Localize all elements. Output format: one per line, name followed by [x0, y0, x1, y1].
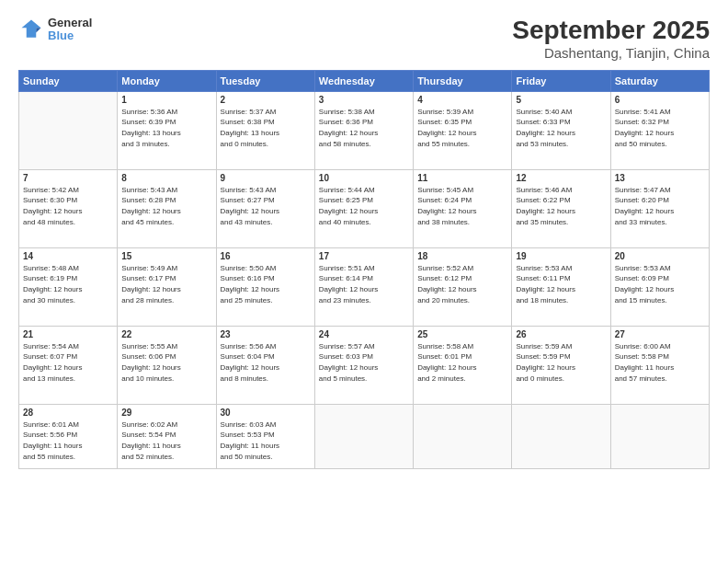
day-info: Sunrise: 5:48 AM Sunset: 6:19 PM Dayligh…: [23, 263, 113, 305]
calendar-cell: 12Sunrise: 5:46 AM Sunset: 6:22 PM Dayli…: [512, 169, 610, 247]
calendar-cell: 23Sunrise: 5:56 AM Sunset: 6:04 PM Dayli…: [216, 326, 314, 404]
day-number: 13: [615, 173, 705, 183]
calendar-cell: 15Sunrise: 5:49 AM Sunset: 6:17 PM Dayli…: [118, 247, 216, 326]
calendar-cell: [314, 404, 413, 468]
calendar-cell: 9Sunrise: 5:43 AM Sunset: 6:27 PM Daylig…: [216, 169, 314, 247]
day-number: 4: [417, 95, 507, 105]
day-info: Sunrise: 5:39 AM Sunset: 6:35 PM Dayligh…: [417, 107, 507, 149]
day-info: Sunrise: 5:43 AM Sunset: 6:27 PM Dayligh…: [221, 185, 311, 227]
week-row-4: 21Sunrise: 5:54 AM Sunset: 6:07 PM Dayli…: [19, 326, 710, 404]
title-block: September 2025 Dashentang, Tianjin, Chin…: [512, 17, 710, 61]
day-number: 12: [516, 173, 606, 183]
weekday-header-tuesday: Tuesday: [216, 70, 314, 91]
calendar-subtitle: Dashentang, Tianjin, China: [512, 45, 710, 61]
day-info: Sunrise: 5:54 AM Sunset: 6:07 PM Dayligh…: [23, 341, 113, 384]
calendar-cell: 4Sunrise: 5:39 AM Sunset: 6:35 PM Daylig…: [414, 91, 512, 169]
calendar-cell: 8Sunrise: 5:43 AM Sunset: 6:28 PM Daylig…: [118, 169, 216, 247]
weekday-header-saturday: Saturday: [610, 70, 709, 91]
day-number: 27: [615, 329, 705, 339]
day-number: 8: [121, 173, 211, 183]
week-row-5: 28Sunrise: 6:01 AM Sunset: 5:56 PM Dayli…: [19, 404, 710, 468]
day-info: Sunrise: 5:51 AM Sunset: 6:14 PM Dayligh…: [319, 263, 409, 305]
day-info: Sunrise: 5:56 AM Sunset: 6:04 PM Dayligh…: [221, 341, 311, 384]
day-number: 30: [221, 408, 311, 418]
weekday-header-friday: Friday: [512, 70, 610, 91]
calendar-cell: [610, 404, 709, 468]
day-number: 9: [221, 173, 311, 183]
day-info: Sunrise: 5:43 AM Sunset: 6:28 PM Dayligh…: [121, 185, 211, 227]
day-number: 16: [221, 251, 311, 261]
calendar-cell: 24Sunrise: 5:57 AM Sunset: 6:03 PM Dayli…: [314, 326, 413, 404]
weekday-header-wednesday: Wednesday: [314, 70, 413, 91]
page: General Blue September 2025 Dashentang, …: [0, 0, 728, 563]
calendar-title: September 2025: [512, 17, 710, 45]
day-info: Sunrise: 5:46 AM Sunset: 6:22 PM Dayligh…: [516, 185, 606, 227]
logo-icon: [18, 17, 44, 42]
day-number: 5: [516, 95, 606, 105]
week-row-2: 7Sunrise: 5:42 AM Sunset: 6:30 PM Daylig…: [19, 169, 710, 247]
day-info: Sunrise: 5:49 AM Sunset: 6:17 PM Dayligh…: [121, 263, 211, 305]
calendar-cell: 6Sunrise: 5:41 AM Sunset: 6:32 PM Daylig…: [610, 91, 709, 169]
svg-marker-1: [36, 29, 40, 33]
calendar-cell: 30Sunrise: 6:03 AM Sunset: 5:53 PM Dayli…: [216, 404, 314, 468]
calendar-cell: 26Sunrise: 5:59 AM Sunset: 5:59 PM Dayli…: [512, 326, 610, 404]
calendar-cell: 10Sunrise: 5:44 AM Sunset: 6:25 PM Dayli…: [314, 169, 413, 247]
day-info: Sunrise: 6:02 AM Sunset: 5:54 PM Dayligh…: [121, 419, 211, 462]
calendar-cell: 11Sunrise: 5:45 AM Sunset: 6:24 PM Dayli…: [414, 169, 512, 247]
week-row-3: 14Sunrise: 5:48 AM Sunset: 6:19 PM Dayli…: [19, 247, 710, 326]
calendar-cell: [414, 404, 512, 468]
logo-line2: Blue: [48, 29, 92, 42]
day-info: Sunrise: 5:44 AM Sunset: 6:25 PM Dayligh…: [319, 185, 409, 227]
day-info: Sunrise: 5:53 AM Sunset: 6:11 PM Dayligh…: [516, 263, 606, 305]
day-number: 15: [121, 251, 211, 261]
calendar-cell: 14Sunrise: 5:48 AM Sunset: 6:19 PM Dayli…: [19, 247, 118, 326]
day-number: 28: [23, 408, 113, 418]
calendar-cell: [19, 91, 118, 169]
day-number: 3: [319, 95, 409, 105]
day-info: Sunrise: 5:38 AM Sunset: 6:36 PM Dayligh…: [319, 107, 409, 149]
weekday-header-row: SundayMondayTuesdayWednesdayThursdayFrid…: [19, 70, 710, 91]
day-number: 19: [516, 251, 606, 261]
calendar-cell: 16Sunrise: 5:50 AM Sunset: 6:16 PM Dayli…: [216, 247, 314, 326]
calendar-cell: 19Sunrise: 5:53 AM Sunset: 6:11 PM Dayli…: [512, 247, 610, 326]
calendar-cell: 22Sunrise: 5:55 AM Sunset: 6:06 PM Dayli…: [118, 326, 216, 404]
calendar-cell: 7Sunrise: 5:42 AM Sunset: 6:30 PM Daylig…: [19, 169, 118, 247]
day-number: 23: [221, 329, 311, 339]
calendar-cell: 21Sunrise: 5:54 AM Sunset: 6:07 PM Dayli…: [19, 326, 118, 404]
day-info: Sunrise: 5:50 AM Sunset: 6:16 PM Dayligh…: [221, 263, 311, 305]
weekday-header-monday: Monday: [118, 70, 216, 91]
calendar-cell: 13Sunrise: 5:47 AM Sunset: 6:20 PM Dayli…: [610, 169, 709, 247]
logo-line1: General: [48, 17, 92, 29]
calendar-cell: 1Sunrise: 5:36 AM Sunset: 6:39 PM Daylig…: [118, 91, 216, 169]
day-info: Sunrise: 5:47 AM Sunset: 6:20 PM Dayligh…: [615, 185, 705, 227]
weekday-header-thursday: Thursday: [414, 70, 512, 91]
calendar-table: SundayMondayTuesdayWednesdayThursdayFrid…: [18, 70, 710, 469]
day-info: Sunrise: 5:53 AM Sunset: 6:09 PM Dayligh…: [615, 263, 705, 305]
day-info: Sunrise: 5:36 AM Sunset: 6:39 PM Dayligh…: [121, 107, 211, 149]
calendar-cell: 5Sunrise: 5:40 AM Sunset: 6:33 PM Daylig…: [512, 91, 610, 169]
header: General Blue September 2025 Dashentang, …: [18, 17, 710, 61]
day-number: 24: [319, 329, 409, 339]
day-number: 29: [121, 408, 211, 418]
day-number: 22: [121, 329, 211, 339]
day-number: 14: [23, 251, 113, 261]
day-info: Sunrise: 5:57 AM Sunset: 6:03 PM Dayligh…: [319, 341, 409, 384]
day-info: Sunrise: 5:55 AM Sunset: 6:06 PM Dayligh…: [121, 341, 211, 384]
day-info: Sunrise: 5:37 AM Sunset: 6:38 PM Dayligh…: [221, 107, 311, 149]
day-number: 1: [121, 95, 211, 105]
day-number: 21: [23, 329, 113, 339]
calendar-cell: 28Sunrise: 6:01 AM Sunset: 5:56 PM Dayli…: [19, 404, 118, 468]
calendar-cell: 29Sunrise: 6:02 AM Sunset: 5:54 PM Dayli…: [118, 404, 216, 468]
day-info: Sunrise: 5:41 AM Sunset: 6:32 PM Dayligh…: [615, 107, 705, 149]
day-number: 26: [516, 329, 606, 339]
day-number: 6: [615, 95, 705, 105]
day-info: Sunrise: 5:40 AM Sunset: 6:33 PM Dayligh…: [516, 107, 606, 149]
calendar-cell: 27Sunrise: 6:00 AM Sunset: 5:58 PM Dayli…: [610, 326, 709, 404]
calendar-cell: 20Sunrise: 5:53 AM Sunset: 6:09 PM Dayli…: [610, 247, 709, 326]
day-number: 11: [417, 173, 507, 183]
day-number: 20: [615, 251, 705, 261]
calendar-cell: 25Sunrise: 5:58 AM Sunset: 6:01 PM Dayli…: [414, 326, 512, 404]
calendar-cell: [512, 404, 610, 468]
day-info: Sunrise: 5:58 AM Sunset: 6:01 PM Dayligh…: [417, 341, 507, 384]
calendar-cell: 3Sunrise: 5:38 AM Sunset: 6:36 PM Daylig…: [314, 91, 413, 169]
